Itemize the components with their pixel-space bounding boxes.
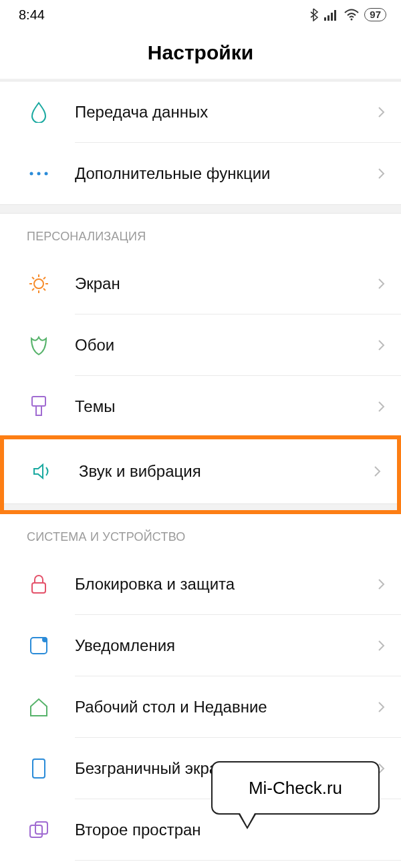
spaces-icon [27,818,51,842]
row-label: Темы [75,397,376,416]
svg-rect-17 [32,397,45,406]
row-display[interactable]: Экран [0,253,401,314]
row-sound-vibration[interactable]: Звук и вибрация [4,439,397,503]
svg-line-15 [32,288,34,290]
svg-rect-22 [33,759,45,778]
svg-point-21 [42,637,47,642]
row-themes[interactable]: Темы [0,376,401,437]
svg-rect-2 [331,13,333,21]
svg-point-6 [37,172,41,176]
fullscreen-icon [27,756,51,781]
svg-rect-0 [324,17,326,21]
chevron-right-icon [376,401,388,413]
row-label: Экран [75,274,376,293]
row-wallpaper[interactable]: Обои [0,314,401,376]
row-home-recents[interactable]: Рабочий стол и Недавние [0,676,401,738]
highlight-box: Звук и вибрация [0,435,401,514]
row-label: Звук и вибрация [79,462,372,481]
svg-point-7 [45,172,48,176]
section-header-personalization: ПЕРСОНАЛИЗАЦИЯ [0,214,401,253]
row-label: Рабочий стол и Недавние [75,698,376,716]
svg-point-8 [34,279,43,288]
row-label: Передача данных [75,103,376,122]
svg-point-5 [30,172,33,176]
row-data-usage[interactable]: Передача данных [0,81,401,143]
chevron-right-icon [376,339,388,351]
status-bar: 8:44 97 [0,0,401,29]
chevron-right-icon [376,106,388,118]
row-more-features[interactable]: Дополнительные функции [0,143,401,204]
watermark-callout: Mi-Check.ru [211,761,380,815]
more-icon [27,162,51,186]
chevron-right-icon [376,168,388,180]
status-icons: 97 [309,8,386,21]
row-label: Уведомления [75,636,376,655]
sound-icon [31,459,55,483]
row-label: Второе простран [75,821,388,839]
chevron-right-icon [376,578,388,590]
lock-icon [27,572,51,596]
svg-rect-19 [32,583,45,593]
svg-line-14 [43,288,45,290]
battery-indicator: 97 [364,8,386,21]
chevron-right-icon [376,278,388,290]
svg-rect-3 [334,10,336,21]
notification-icon [27,634,51,658]
droplet-icon [27,100,51,124]
svg-line-13 [32,277,34,279]
signal-icon [324,9,339,21]
row-label: Обои [75,336,376,355]
flower-icon [27,333,51,357]
row-lock-security[interactable]: Блокировка и защита [0,554,401,615]
chevron-right-icon [376,640,388,652]
chevron-right-icon [372,465,384,477]
section-header-system: СИСТЕМА И УСТРОЙСТВО [0,514,401,554]
svg-point-4 [351,19,353,21]
row-label: Блокировка и защита [75,575,376,594]
sun-icon [27,272,51,296]
svg-rect-1 [327,15,329,21]
row-battery[interactable]: Питание и [0,861,401,868]
page-title: Настройки [0,29,401,79]
chevron-right-icon [376,701,388,713]
row-label: Дополнительные функции [75,164,376,183]
svg-rect-18 [36,406,41,415]
home-icon [27,695,51,719]
status-time: 8:44 [19,7,45,23]
brush-icon [27,395,51,419]
row-notifications[interactable]: Уведомления [0,615,401,676]
svg-line-16 [43,277,45,279]
wifi-icon [344,9,359,21]
bluetooth-icon [309,8,319,21]
watermark-text: Mi-Check.ru [249,778,342,799]
